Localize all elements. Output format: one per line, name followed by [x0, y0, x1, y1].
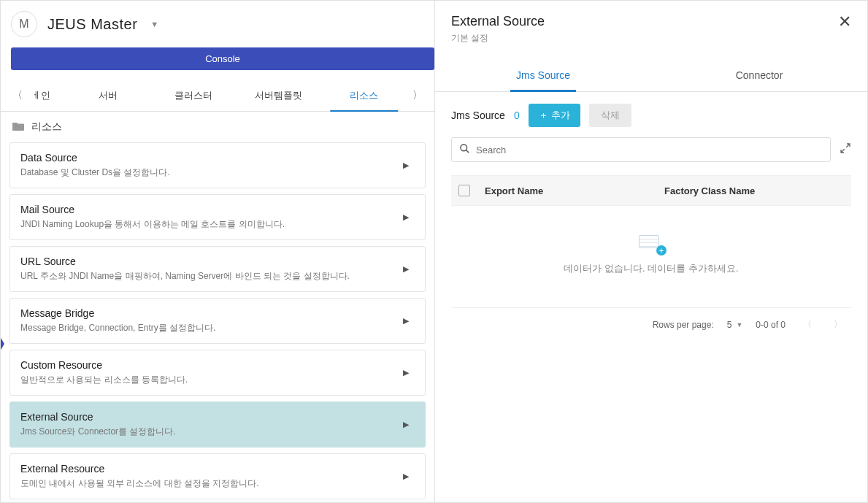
resource-card[interactable]: Data SourceDatabase 및 Cluster Ds을 설정합니다.…: [9, 142, 426, 188]
console-button[interactable]: Console: [11, 47, 434, 70]
header: M JEUS Master ▼: [1, 1, 434, 43]
expand-icon[interactable]: [840, 142, 851, 157]
tab-partial[interactable]: ㅔ인: [28, 80, 66, 111]
tabs-prev-icon[interactable]: 〈: [7, 83, 28, 108]
empty-add-icon: +: [639, 235, 664, 253]
left-panel: M JEUS Master ▼ Console 〈 ㅔ인 서버 클러스터 서버템…: [1, 1, 435, 502]
card-desc: Database 및 Cluster Ds을 설정합니다.: [20, 166, 397, 179]
card-title: URL Source: [20, 256, 397, 267]
chevron-right-icon: ▶: [397, 368, 415, 377]
pagination: Rows per page: 5 ▼ 0-0 of 0 〈 〉: [451, 307, 851, 341]
resource-card[interactable]: URL SourceURL 주소와 JNDI Name을 매핑하여, Namin…: [9, 246, 426, 292]
tab-server-template[interactable]: 서버템플릿: [236, 80, 321, 111]
detail-content: Jms Source 0 ＋ 추가 삭제: [435, 92, 867, 353]
tab-jms-source[interactable]: Jms Source: [435, 59, 651, 91]
page-size-value: 5: [727, 320, 732, 330]
tab-connector[interactable]: Connector: [651, 59, 867, 91]
toolbar: Jms Source 0 ＋ 추가 삭제: [451, 104, 851, 127]
column-factory-class-name: Factory Class Name: [664, 185, 844, 196]
resource-card[interactable]: Message BridgeMessage Bridge, Connection…: [9, 298, 426, 344]
card-desc: URL 주소와 JNDI Name을 매핑하여, Naming Server에 …: [20, 270, 397, 283]
card-title: Data Source: [20, 152, 397, 164]
tab-server[interactable]: 서버: [66, 80, 151, 111]
card-desc: Jms Source와 Connector를 설정합니다.: [20, 426, 397, 438]
card-title: External Resource: [20, 463, 397, 475]
resource-cards: Data SourceDatabase 및 Cluster Ds을 설정합니다.…: [1, 142, 434, 503]
card-title: External Source: [20, 411, 397, 423]
svg-point-0: [461, 145, 467, 151]
page-size-selector[interactable]: 5 ▼: [727, 320, 743, 330]
card-desc: Message Bridge, Connection, Entry를 설정합니다…: [20, 322, 397, 334]
detail-title: External Source: [451, 14, 545, 29]
card-title: Message Bridge: [20, 307, 397, 319]
toolbar-label: Jms Source: [451, 110, 505, 121]
select-all-checkbox[interactable]: [458, 185, 485, 196]
search-input[interactable]: [476, 145, 823, 155]
search-icon: [459, 143, 470, 156]
plus-icon: ＋: [539, 109, 548, 122]
folder-icon: [12, 121, 24, 134]
search-box[interactable]: [451, 137, 831, 162]
section-header: 리소스: [1, 112, 434, 142]
chevron-right-icon: ▶: [397, 264, 415, 274]
resource-card[interactable]: Mail SourceJNDI Naming Lookup을 통해서 이용하는 …: [9, 194, 426, 240]
resource-card[interactable]: External SourceJms Source와 Connector를 설정…: [9, 402, 426, 448]
rows-per-page-label: Rows per page:: [653, 320, 714, 330]
detail-header: External Source 기본 설정 ✕: [435, 1, 867, 52]
delete-button[interactable]: 삭제: [589, 104, 631, 127]
chevron-right-icon: ▶: [397, 316, 415, 326]
add-button-label: 추가: [551, 109, 570, 122]
column-export-name: Export Name: [485, 185, 664, 196]
empty-state: + 데이터가 없습니다. 데이터를 추가하세요.: [451, 206, 851, 297]
prev-page-icon[interactable]: 〈: [799, 318, 816, 331]
empty-message: 데이터가 없습니다. 데이터를 추가하세요.: [451, 262, 851, 275]
section-title: 리소스: [31, 120, 62, 134]
chevron-right-icon: ▶: [397, 212, 415, 222]
avatar-letter: M: [19, 18, 28, 31]
close-icon[interactable]: ✕: [838, 14, 851, 30]
card-title: Mail Source: [20, 204, 397, 215]
right-panel: External Source 기본 설정 ✕ Jms Source Conne…: [435, 1, 867, 502]
card-desc: 일반적으로 사용되는 리소스를 등록합니다.: [20, 374, 397, 386]
tab-cluster[interactable]: 클러스터: [151, 80, 237, 111]
search-row: [451, 137, 851, 162]
card-title: Custom Resource: [20, 359, 397, 371]
card-desc: 도메인 내에서 사용될 외부 리소스에 대한 설정을 지정합니다.: [20, 477, 397, 490]
app-dropdown-icon[interactable]: ▼: [150, 20, 158, 28]
avatar[interactable]: M: [11, 11, 37, 37]
tabs-next-icon[interactable]: 〉: [407, 83, 429, 108]
detail-subtitle: 기본 설정: [451, 32, 545, 45]
next-page-icon[interactable]: 〉: [829, 318, 847, 331]
chevron-right-icon: ▶: [397, 420, 415, 429]
resource-card[interactable]: External Resource도메인 내에서 사용될 외부 리소스에 대한 …: [9, 453, 426, 499]
tab-resource[interactable]: 리소스: [321, 80, 407, 111]
svg-line-1: [466, 150, 469, 153]
resource-card[interactable]: Custom Resource일반적으로 사용되는 리소스를 등록합니다.▶: [9, 350, 426, 396]
nav-tabs: 〈 ㅔ인 서버 클러스터 서버템플릿 리소스 〉: [1, 80, 434, 112]
app-title: JEUS Master: [47, 16, 137, 33]
card-desc: JNDI Naming Lookup을 통해서 이용하는 메일 호스트를 의미합…: [20, 218, 397, 231]
add-button[interactable]: ＋ 추가: [529, 104, 580, 127]
table-header: Export Name Factory Class Name: [451, 175, 851, 206]
page-range: 0-0 of 0: [756, 320, 786, 330]
chevron-down-icon: ▼: [736, 321, 742, 329]
chevron-right-icon: ▶: [397, 472, 415, 481]
chevron-right-icon: ▶: [397, 161, 415, 170]
detail-tabs: Jms Source Connector: [435, 59, 867, 92]
count-badge: 0: [514, 110, 520, 121]
